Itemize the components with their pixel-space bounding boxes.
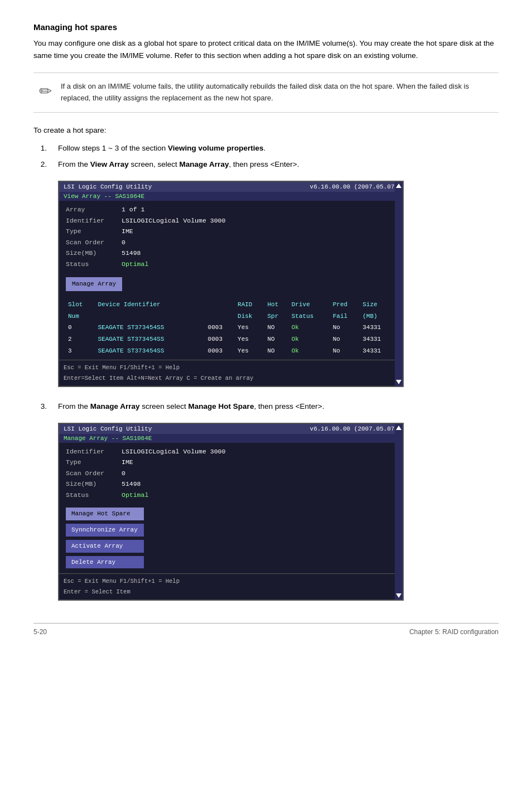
step-2: 2. From the View Array screen, select Ma… xyxy=(33,158,499,171)
scrollbar-up-2-icon[interactable] xyxy=(396,426,402,430)
terminal-1-version: v6.16.00.00 (2007.05.07) xyxy=(310,183,398,190)
terminal-1: LSI Logic Config Utility v6.16.00.00 (20… xyxy=(58,181,404,387)
terminal-1-header: LSI Logic Config Utility v6.16.00.00 (20… xyxy=(59,182,403,192)
delete-array-menu-item[interactable]: Delete Array xyxy=(66,556,144,569)
step-2-num: 2. xyxy=(33,158,47,171)
terminal-1-body: Array1 of 1 IdentifierLSILOGICLogical Vo… xyxy=(59,201,403,360)
activate-array-menu-item[interactable]: Activate Array xyxy=(66,540,144,553)
terminal-2-footer: Esc = Exit Menu F1/Shift+1 = Help Enter … xyxy=(59,573,403,600)
footer-chapter: Chapter 5: RAID configuration xyxy=(409,628,499,636)
step-3-text: From the Manage Array screen select Mana… xyxy=(58,400,499,413)
footer-page-num: 5-20 xyxy=(33,628,47,636)
step-3: 3. From the Manage Array screen select M… xyxy=(33,400,499,413)
steps-list: 1. Follow steps 1 ~ 3 of the section Vie… xyxy=(33,142,499,171)
create-text: To create a hot spare: xyxy=(33,126,499,134)
disk-table: Slot Device Identifier RAID Hot Drive Pr… xyxy=(66,299,396,356)
terminal-2-header: LSI Logic Config Utility v6.16.00.00 (20… xyxy=(59,424,403,434)
terminal-2: LSI Logic Config Utility v6.16.00.00 (20… xyxy=(58,423,404,601)
terminal-2-title: LSI Logic Config Utility xyxy=(64,426,152,432)
scrollbar-down-icon[interactable] xyxy=(396,380,402,384)
section-title: Managing hot spares xyxy=(33,22,499,32)
steps-list-2: 3. From the Manage Array screen select M… xyxy=(33,400,499,413)
table-row: 3 SEAGATE ST373454SS 0003 Yes NO Ok No 3… xyxy=(66,345,396,357)
note-box: ✏ If a disk on an IM/IME volume fails, t… xyxy=(33,73,499,113)
manage-array-button[interactable]: Manage Array xyxy=(66,277,122,291)
step-1-text: Follow steps 1 ~ 3 of the section Viewin… xyxy=(58,142,499,154)
terminal-1-footer: Esc = Exit Menu F1/Shift+1 = Help Enter=… xyxy=(59,360,403,386)
table-row: 0 SEAGATE ST373454SS 0003 Yes NO Ok No 3… xyxy=(66,322,396,334)
terminal-2-body: IdentifierLSILOGICLogical Volume 3000 Ty… xyxy=(59,443,403,573)
terminal-2-version: v6.16.00.00 (2007.05.07) xyxy=(310,426,398,432)
manage-hot-spare-menu-item[interactable]: Manage Hot Spare xyxy=(66,508,144,520)
note-text: If a disk on an IM/IME volume fails, the… xyxy=(61,81,493,104)
terminal-1-subheader: View Array -- SAS1064E xyxy=(59,192,403,201)
page-footer: 5-20 Chapter 5: RAID configuration xyxy=(33,623,499,636)
scrollbar-up-icon[interactable] xyxy=(396,183,402,188)
note-icon: ✏ xyxy=(39,82,52,100)
step-3-num: 3. xyxy=(33,400,47,413)
scrollbar-down-2-icon[interactable] xyxy=(396,593,402,598)
intro-text: You may configure one disk as a global h… xyxy=(33,37,499,61)
step-1-num: 1. xyxy=(33,142,47,154)
table-row: 2 SEAGATE ST373454SS 0003 Yes NO Ok No 3… xyxy=(66,334,396,345)
terminal-2-subheader: Manage Array -- SAS1064E xyxy=(59,434,403,443)
step-1: 1. Follow steps 1 ~ 3 of the section Vie… xyxy=(33,142,499,154)
step-2-text: From the View Array screen, select Manag… xyxy=(58,158,499,171)
synchronize-array-menu-item[interactable]: Synnchronize Array xyxy=(66,524,144,537)
terminal-1-title: LSI Logic Config Utility xyxy=(64,183,152,190)
